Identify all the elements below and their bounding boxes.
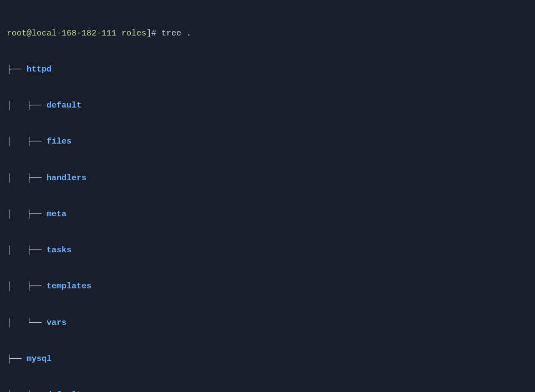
terminal: root@local-168-182-111 roles]# tree . ├─… bbox=[7, 3, 528, 392]
tree-httpd-files: │ ├── files bbox=[7, 136, 528, 148]
command: tree . bbox=[161, 29, 191, 38]
tree-root-httpd-pre: ├── httpd bbox=[7, 64, 528, 76]
tree-httpd-default: │ ├── default bbox=[7, 100, 528, 112]
tree-httpd-templates: │ ├── templates bbox=[7, 281, 528, 293]
prompt-top: root@local-168-182-111 roles]# bbox=[7, 29, 161, 38]
tree-httpd-vars: │ └── vars bbox=[7, 317, 528, 329]
tree-httpd-handlers: │ ├── handlers bbox=[7, 172, 528, 185]
command-line: root@local-168-182-111 roles]# tree . bbox=[7, 28, 528, 40]
tree-root-mysql: ├── mysql bbox=[7, 353, 528, 365]
tree-httpd-meta: │ ├── meta bbox=[7, 208, 528, 221]
tree-mysql-default: │ ├── default bbox=[7, 389, 528, 392]
tree-httpd-tasks: │ ├── tasks bbox=[7, 245, 528, 257]
